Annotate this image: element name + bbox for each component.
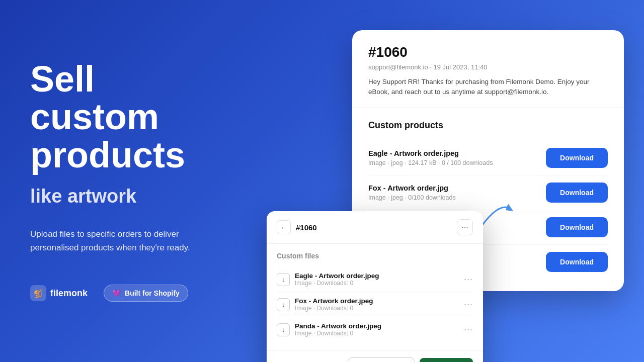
modal-more-button[interactable]: ··· (457, 219, 473, 235)
upload-files-button[interactable]: Upload files (420, 358, 473, 362)
download-btn-1[interactable]: Download (546, 148, 608, 168)
file-left-2: ↓ Fox - Artwork order.jpeg Image · Downl… (277, 297, 373, 312)
modal-footer: Create from link Upload files (267, 350, 483, 362)
modal-order-id: #1060 (296, 223, 317, 232)
download-arrow-icon-1: ↓ (277, 273, 290, 286)
download-arrow-icon-2: ↓ (277, 298, 290, 311)
download-btn-2[interactable]: Download (546, 183, 608, 203)
download-btn-3[interactable]: Download (546, 217, 608, 237)
description-text: Upload files to specific orders to deliv… (30, 227, 221, 254)
file-details-3: Panda - Artwork order.jpeg Image · Downl… (295, 322, 381, 337)
download-arrow-icon-3: ↓ (277, 323, 290, 336)
product-row-1: Eagle - Artwork order.jpeg Image · jpeg … (368, 141, 608, 175)
modal-back-button[interactable]: ← (277, 220, 291, 234)
left-panel: Sell custom products like artwork Upload… (0, 30, 272, 332)
modal-card: ← #1060 ··· Custom files ↓ Eagle - Artwo… (267, 211, 483, 362)
file-menu-btn-2[interactable]: ··· (464, 299, 473, 310)
order-message: Hey Support RR! Thanks for purchasing fr… (368, 77, 608, 98)
order-number: #1060 (368, 44, 608, 60)
headline-sell: Sell custom products (30, 60, 242, 174)
file-meta-2: Image · Downloads: 0 (295, 305, 373, 312)
right-panel: #1060 support@filemonk.io · 19 Jul 2023,… (272, 0, 644, 362)
modal-file-row-3: ↓ Panda - Artwork order.jpeg Image · Dow… (277, 317, 473, 342)
product-name-1: Eagle - Artwork order.jpeg (368, 149, 493, 157)
file-name-2: Fox - Artwork order.jpeg (295, 297, 373, 305)
file-left-3: ↓ Panda - Artwork order.jpeg Image · Dow… (277, 322, 381, 337)
shopify-badge: 💜 Built for Shopify (104, 285, 188, 302)
file-menu-btn-1[interactable]: ··· (464, 274, 473, 285)
modal-header: ← #1060 ··· (267, 211, 483, 244)
file-name-1: Eagle - Artwork order.jpeg (295, 272, 379, 280)
file-meta-1: Image · Downloads: 0 (295, 280, 379, 287)
modal-body: Custom files ↓ Eagle - Artwork order.jpe… (267, 244, 483, 350)
shopify-heart-icon: 💜 (112, 289, 121, 297)
file-details-2: Fox - Artwork order.jpeg Image · Downloa… (295, 297, 373, 312)
product-meta-2: Image · jpeg · 0/100 downloads (368, 194, 456, 201)
file-name-3: Panda - Artwork order.jpeg (295, 322, 381, 330)
product-info-1: Eagle - Artwork order.jpeg Image · jpeg … (368, 149, 493, 166)
download-btn-ebook[interactable]: Download (546, 252, 608, 272)
custom-files-title: Custom files (277, 252, 473, 260)
create-from-link-button[interactable]: Create from link (348, 357, 415, 362)
filemonk-icon: 🐒 (30, 285, 46, 301)
subheadline: like artwork (30, 186, 242, 207)
filemonk-logo: 🐒 filemonk (30, 285, 88, 301)
file-left-1: ↓ Eagle - Artwork order.jpeg Image · Dow… (277, 272, 379, 287)
modal-file-row-1: ↓ Eagle - Artwork order.jpeg Image · Dow… (277, 267, 473, 292)
order-meta: support@filemonk.io · 19 Jul 2023, 11:40 (368, 63, 608, 71)
file-menu-btn-3[interactable]: ··· (464, 324, 473, 335)
svg-marker-0 (506, 204, 513, 211)
custom-products-title: Custom products (368, 120, 608, 131)
product-meta-1: Image · jpeg · 124.17 kB · 0 / 100 downl… (368, 159, 493, 166)
product-info-2: Fox - Artwork order.jpg Image · jpeg · 0… (368, 184, 456, 201)
file-details-1: Eagle - Artwork order.jpeg Image · Downl… (295, 272, 379, 287)
file-meta-3: Image · Downloads: 0 (295, 330, 381, 337)
modal-file-row-2: ↓ Fox - Artwork order.jpeg Image · Downl… (277, 292, 473, 317)
order-header: #1060 support@filemonk.io · 19 Jul 2023,… (352, 30, 624, 108)
branding-row: 🐒 filemonk 💜 Built for Shopify (30, 285, 242, 302)
product-name-2: Fox - Artwork order.jpg (368, 184, 456, 192)
modal-header-left: ← #1060 (277, 220, 317, 234)
